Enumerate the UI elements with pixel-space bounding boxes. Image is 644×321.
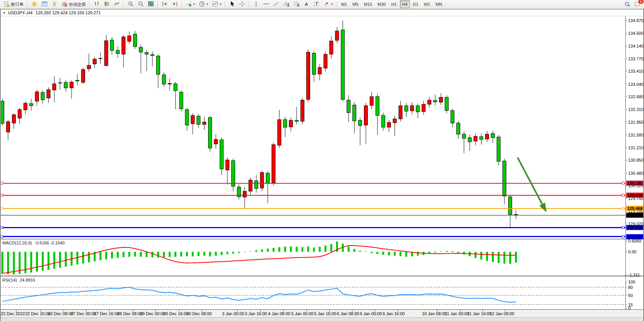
fibonacci-button[interactable]: F [292,0,301,8]
chevron-down-icon: ▾ [331,2,333,6]
timeframe-w1-button[interactable]: W1 [422,0,433,8]
chart-plot-area[interactable] [0,16,625,239]
timeframe-m15-button[interactable]: M15 [362,0,374,8]
indicators-button[interactable]: ▾ [184,0,196,8]
notification-badge: 1 [638,0,644,4]
bar-chart-button[interactable] [92,0,101,8]
panel-separator[interactable] [0,275,644,277]
svg-text:T: T [315,2,318,6]
svg-text:10 Jan 08:00: 10 Jan 08:00 [422,311,447,316]
timeframe-h4-button[interactable]: H4 [400,0,410,8]
timeframe-m1-button[interactable]: M1 [339,0,349,8]
price-badge-128.916: 128.916 [626,225,644,230]
shift-start-button[interactable] [160,0,169,8]
label-tool-button[interactable]: T [312,0,321,8]
candle [341,20,345,101]
notifications-button[interactable]: 1 [633,0,642,8]
search-button[interactable] [623,0,632,8]
chevron-down-icon: ▾ [207,2,208,6]
trendline-button[interactable] [272,0,281,8]
zoom-out-icon [138,1,144,7]
timeframe-mn-button[interactable]: MN [433,0,444,8]
svg-text:6 Jan 08:00: 6 Jan 08:00 [337,311,359,316]
chart-titlebar: ▼ USDJPY-,H4 129.292 129.424 129.159 129… [1,9,643,16]
candle [208,116,212,152]
timeframe-d1-button[interactable]: D1 [411,0,421,8]
tile-windows-button[interactable] [146,0,155,8]
channel-button[interactable]: E [282,0,291,8]
collapse-panel-icon[interactable]: ▼ [3,11,6,15]
svg-text:F: F [297,3,300,7]
line-handle[interactable] [622,226,624,229]
line-handle[interactable] [622,194,624,196]
svg-text:131.580: 131.580 [628,133,644,137]
text-tool-button[interactable]: A [302,0,311,8]
line-chart-button[interactable] [112,0,121,8]
data-window-button[interactable] [40,0,49,8]
zoom-out-button[interactable] [136,0,145,8]
svg-text:133.770: 133.770 [628,56,644,61]
shift-end-button[interactable] [170,0,179,8]
text-tool-icon: A [303,1,309,7]
autotrading-label: 自动交易 [69,2,86,7]
rsi-indicator-label: RSI(14) 24.8816 [2,278,35,282]
toolbar-separator [123,1,124,8]
autotrading-icon [61,1,68,7]
line-handle[interactable] [622,236,624,238]
toolbar-separator [181,1,182,8]
market-icon [31,1,38,7]
svg-text:23 Dec 08:00: 23 Dec 08:00 [48,311,73,316]
line-handle[interactable] [622,182,624,184]
svg-text:128.652: 128.652 [627,234,643,239]
candle [306,50,310,102]
timeframe-m30-button[interactable]: M30 [375,0,388,8]
timeframe-m5-button[interactable]: M5 [350,0,360,8]
crosshair-button[interactable] [237,0,247,8]
svg-text:22 Dec 16:00: 22 Dec 16:00 [25,311,50,316]
price-badge-129.468: 129.468 [626,206,644,211]
hline-button[interactable] [261,0,271,8]
svg-text:-1.311: -1.311 [628,273,640,277]
autotrading-button[interactable]: 自动交易 [60,0,87,8]
line-handle[interactable] [1,194,3,196]
line-handle[interactable] [1,207,3,210]
svg-text:22 Dec 2022: 22 Dec 2022 [1,311,25,316]
toolbar-separator [89,1,90,8]
vline-button[interactable] [251,0,261,8]
market-button[interactable] [30,0,39,8]
line-handle[interactable] [622,207,624,210]
toolbar-separator [157,1,158,8]
line-handle[interactable] [1,226,3,229]
data-window-icon [41,1,48,7]
candle [179,90,183,112]
svg-text:134.870: 134.870 [628,18,644,23]
line-handle[interactable] [1,236,3,238]
tile-windows-icon [148,1,154,7]
svg-text:9 Jan 00:00: 9 Jan 00:00 [360,311,382,316]
candle-chart-icon [104,1,110,7]
svg-text:129.468: 129.468 [627,206,643,211]
timeframe-h1-button[interactable]: H1 [389,0,399,8]
shift-start-icon [162,1,168,7]
svg-text:30 Dec 08:00: 30 Dec 08:00 [186,311,212,316]
svg-text:129.846: 129.846 [627,193,643,198]
svg-text:11 Jan 16:00: 11 Jan 16:00 [467,311,492,316]
new-order-label: 新订单 [11,2,24,7]
line-handle[interactable] [1,182,3,184]
templates-button[interactable]: ▾ [210,0,223,8]
new-order-button[interactable]: 新订单 [2,0,25,8]
chart-canvas[interactable]: 134.870134.500134.140133.770133.410133.0… [0,16,644,318]
svg-text:128.916: 128.916 [627,225,643,230]
cursor-button[interactable] [227,0,237,8]
arrows-button[interactable]: ▾ [322,0,334,8]
zoom-in-button[interactable] [126,0,135,8]
signals-button[interactable] [50,0,59,8]
toolbar-separator [27,1,28,8]
periods-button[interactable]: ▾ [197,0,210,8]
svg-text:A: A [304,2,307,7]
chart-title: USDJPY-,H4 [8,10,32,15]
bar-chart-icon [94,1,100,7]
candle-chart-button[interactable] [102,0,111,8]
templates-icon [212,1,218,7]
price-badge-130.192: 130.192 [626,181,644,186]
